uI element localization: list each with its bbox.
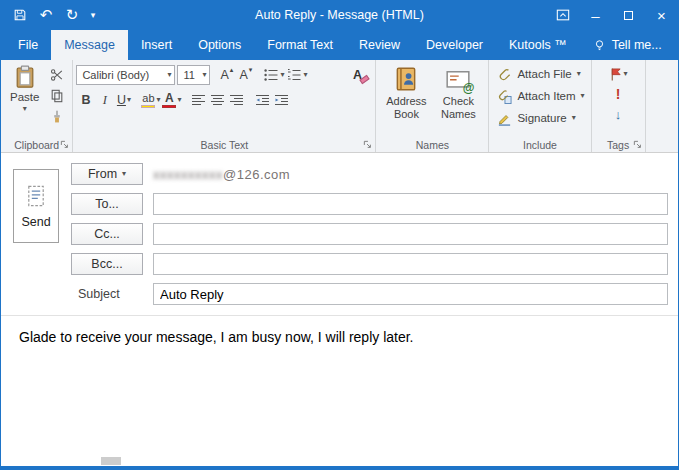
align-center-button[interactable] [208, 90, 227, 110]
tab-file[interactable]: File [5, 30, 51, 60]
font-color-bar [162, 105, 176, 108]
from-button[interactable]: From ▾ [71, 163, 143, 185]
format-painter-button[interactable] [47, 108, 67, 126]
send-button[interactable]: Send [13, 169, 59, 243]
low-importance-button[interactable]: ↓ [615, 105, 622, 123]
high-importance-button[interactable]: ! [616, 85, 621, 103]
align-right-button[interactable] [227, 90, 246, 110]
undo-button[interactable]: ↶ [33, 1, 59, 29]
minimize-icon: – [591, 7, 599, 24]
tab-kutools[interactable]: Kutools ™ [496, 30, 580, 60]
increase-indent-button[interactable] [272, 90, 291, 110]
to-field[interactable] [153, 193, 668, 215]
check-names-label: Check Names [433, 95, 483, 121]
chevron-down-icon: ▾ [91, 10, 96, 20]
tab-options[interactable]: Options [185, 30, 254, 60]
tags-dialog-launcher[interactable] [633, 140, 643, 150]
attach-item-button[interactable]: Attach Item ▾ [497, 86, 584, 106]
numbering-button[interactable]: ▾ [285, 65, 308, 85]
tab-format-text[interactable]: Format Text [254, 30, 346, 60]
font-name-select[interactable]: Calibri (Body) ▾ [76, 65, 175, 85]
chevron-down-icon: ▾ [572, 114, 576, 122]
attach-file-button[interactable]: Attach File ▾ [497, 64, 584, 84]
group-include: Attach File ▾ Attach Item ▾ Signature ▾ … [489, 60, 591, 152]
group-tags: ▾ ! ↓ Tags [592, 60, 646, 152]
cc-field[interactable] [153, 223, 668, 245]
subject-field[interactable] [153, 283, 668, 305]
scrollbar-thumb[interactable] [101, 457, 121, 465]
check-names-button[interactable]: @ Check Names [433, 63, 483, 121]
text-highlight-button[interactable]: ab ▾ [140, 90, 161, 110]
attach-item-icon [497, 89, 512, 104]
shrink-font-icon: A [239, 68, 247, 82]
tab-review[interactable]: Review [346, 30, 413, 60]
underline-button[interactable]: U ▾ [114, 90, 133, 110]
decrease-indent-button[interactable] [253, 90, 272, 110]
to-button[interactable]: To... [71, 193, 143, 215]
redo-button[interactable]: ↻ [59, 1, 85, 29]
paste-label: Paste [10, 91, 39, 103]
from-address-masked: xxxxxxxxxx [153, 167, 223, 182]
ribbon-display-options-button[interactable] [546, 0, 579, 30]
close-button[interactable]: × [645, 0, 678, 30]
tab-insert[interactable]: Insert [128, 30, 185, 60]
maximize-button[interactable] [612, 0, 645, 30]
shrink-font-button[interactable]: A ▾ [236, 65, 255, 85]
italic-button[interactable]: I [95, 90, 114, 110]
tell-me-box[interactable]: Tell me... [580, 30, 675, 60]
from-row: From ▾ xxxxxxxxxx @126.com [71, 163, 668, 185]
address-book-button[interactable]: Address Book [381, 63, 431, 121]
follow-up-button[interactable]: ▾ [609, 65, 628, 83]
highlight-letters: ab [142, 93, 154, 104]
bcc-field[interactable] [153, 253, 668, 275]
save-button[interactable] [7, 1, 33, 29]
ribbon: Paste ▾ [1, 60, 678, 153]
chevron-down-icon: ▾ [624, 70, 628, 78]
at-sign-icon: @ [463, 82, 475, 94]
font-name-value: Calibri (Body) [82, 69, 149, 81]
scissors-icon [50, 68, 64, 82]
send-column: Send [11, 163, 71, 305]
from-label: From [88, 167, 117, 181]
tell-me-label: Tell me... [612, 38, 662, 52]
cc-button[interactable]: Cc... [71, 223, 143, 245]
align-right-icon [229, 94, 244, 107]
compose-area: Send From ▾ xxxxxxxxxx @126.com To... [1, 153, 678, 466]
decrease-indent-icon [255, 94, 270, 107]
font-size-select[interactable]: 11 ▾ [177, 65, 210, 85]
clipboard-dialog-launcher[interactable] [60, 140, 70, 150]
bullets-button[interactable]: ▾ [262, 65, 285, 85]
paste-button[interactable]: Paste ▾ [4, 62, 45, 126]
down-triangle-icon: ▾ [249, 66, 253, 74]
grow-font-icon: A [220, 68, 228, 82]
close-icon: × [657, 7, 666, 24]
font-color-button[interactable]: A ▾ [161, 90, 182, 110]
signature-label: Signature [517, 112, 566, 124]
clear-formatting-button[interactable]: A [351, 65, 370, 85]
clipboard-small-buttons [45, 62, 69, 126]
bold-button[interactable]: B [76, 90, 95, 110]
bcc-button[interactable]: Bcc... [71, 253, 143, 275]
chevron-down-icon: ▾ [303, 71, 307, 79]
window-controls: – × [546, 0, 678, 30]
minimize-button[interactable]: – [579, 0, 612, 30]
grow-font-button[interactable]: A ▴ [217, 65, 236, 85]
basic-text-dialog-launcher[interactable] [363, 140, 373, 150]
chevron-down-icon: ▾ [581, 92, 585, 100]
highlight-color-bar [141, 105, 155, 108]
message-body[interactable]: Glade to receive your message, I am busy… [1, 316, 678, 466]
tab-message[interactable]: Message [51, 30, 128, 60]
bullet-list-icon [263, 68, 279, 82]
basic-text-group-label: Basic Text [73, 139, 375, 151]
cut-button[interactable] [47, 66, 67, 84]
customize-qat-button[interactable]: ▾ [85, 1, 101, 29]
underline-label: U [117, 93, 126, 107]
tab-developer[interactable]: Developer [413, 30, 496, 60]
font-size-value: 11 [183, 69, 194, 81]
lightbulb-icon [593, 39, 606, 52]
names-group-label: Names [376, 139, 488, 151]
align-left-button[interactable] [189, 90, 208, 110]
copy-button[interactable] [47, 87, 67, 105]
signature-button[interactable]: Signature ▾ [497, 108, 584, 128]
save-icon [13, 8, 27, 22]
